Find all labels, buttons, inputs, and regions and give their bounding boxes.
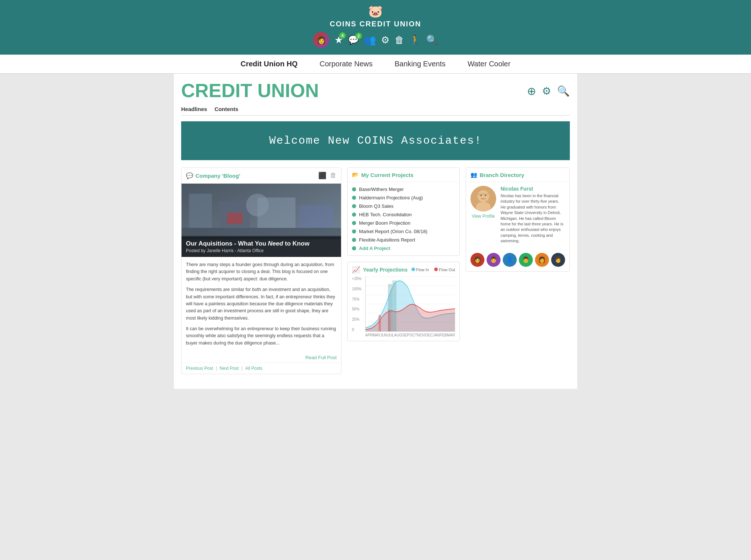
people-icon: 👥 bbox=[470, 172, 477, 178]
project-status-dot bbox=[352, 196, 356, 200]
branch-avatar-5[interactable]: 👩 bbox=[535, 253, 549, 267]
add-project-item[interactable]: Add A Project bbox=[352, 244, 455, 253]
user-avatar[interactable]: 👩 bbox=[313, 32, 329, 48]
chart-area: +25% 100% 75% 50% 25% 0 bbox=[365, 277, 455, 337]
search-icon[interactable]: 🔍 bbox=[426, 34, 438, 45]
branch-avatar-3[interactable]: 👤 bbox=[503, 253, 517, 267]
branch-avatar-4[interactable]: 👨 bbox=[519, 253, 533, 267]
add-project-label[interactable]: Add A Project bbox=[359, 246, 390, 251]
nav-credit-union-hq[interactable]: Credit Union HQ bbox=[241, 60, 298, 68]
x-label: MAY bbox=[373, 333, 381, 337]
read-full-post-link[interactable]: Read Full Post bbox=[182, 355, 341, 362]
projects-widget: 📂 My Current Projects Base/Withers Merge… bbox=[347, 167, 460, 256]
delete-icon[interactable]: 🗑 bbox=[330, 172, 337, 180]
previous-post-link[interactable]: Previous Post bbox=[186, 366, 213, 371]
branch-directory-widget: 👥 Branch Directory bbox=[466, 167, 570, 272]
next-post-link[interactable]: Next Post bbox=[220, 366, 239, 371]
x-label: MAR bbox=[447, 333, 455, 337]
branch-avatar-1[interactable]: 👩 bbox=[470, 253, 484, 267]
project-name: Base/Withers Merger bbox=[359, 187, 404, 192]
list-item[interactable]: Flexible Aquisitions Report bbox=[352, 236, 455, 244]
sub-nav-headlines[interactable]: Headlines bbox=[181, 106, 207, 112]
chart-title-row: 📈 Yearly Projections Flow In Flow Out bbox=[352, 266, 455, 274]
divider-2: | bbox=[241, 366, 243, 371]
branch-avatars-row: 👩 👨 👤 👨 👩 👩 bbox=[466, 250, 569, 271]
nav-banking-events[interactable]: Banking Events bbox=[395, 60, 446, 68]
blog-featured-image: Our Aquisitions - What You Need to Know … bbox=[182, 184, 341, 257]
x-label: NOV bbox=[417, 333, 425, 337]
settings-icon-wrap[interactable]: ⚙ bbox=[381, 34, 389, 46]
list-item[interactable]: Base/Withers Merger bbox=[352, 185, 455, 194]
project-status-dot bbox=[352, 213, 356, 217]
sub-nav-contents[interactable]: Contents bbox=[215, 106, 238, 112]
search-icon-wrap[interactable]: 🔍 bbox=[426, 34, 438, 46]
list-item[interactable]: Haldermann Projections (Aug) bbox=[352, 194, 455, 202]
y-label: 25% bbox=[352, 317, 362, 321]
x-label: JAN bbox=[433, 333, 440, 337]
x-label: APR bbox=[365, 333, 373, 337]
y-label: 75% bbox=[352, 297, 362, 301]
settings-icon[interactable]: ⚙ bbox=[381, 34, 389, 45]
all-posts-link[interactable]: All Posts bbox=[245, 366, 263, 371]
logo-icon: 🐷 bbox=[0, 4, 751, 18]
nav-water-cooler[interactable]: Water Cooler bbox=[468, 60, 510, 68]
chart-widget: 📈 Yearly Projections Flow In Flow Out +2… bbox=[347, 262, 460, 341]
page-title: CREDIT UNION bbox=[181, 81, 319, 100]
list-item[interactable]: Merger Boom Projection bbox=[352, 219, 455, 227]
blog-post-overlay: Our Aquisitions - What You Need to Know … bbox=[182, 236, 341, 257]
avatar-image[interactable]: 👩 bbox=[313, 32, 329, 48]
svg-rect-16 bbox=[392, 280, 397, 331]
view-profile-link[interactable]: View Profile bbox=[472, 214, 495, 219]
svg-rect-8 bbox=[227, 213, 242, 224]
x-label: FEB bbox=[440, 333, 447, 337]
svg-point-20 bbox=[477, 190, 489, 202]
list-item[interactable]: Market Report (Orion Co. 08/18) bbox=[352, 227, 455, 236]
branch-avatar-2[interactable]: 👨 bbox=[487, 253, 501, 267]
header-nav-icons: 👩 ★ 4 💬 2 👥 ⚙ 🗑 🚶 🔍 bbox=[0, 32, 751, 48]
site-header: 🐷 COINS CREDIT UNION 👩 ★ 4 💬 2 👥 ⚙ 🗑 bbox=[0, 0, 751, 55]
list-item[interactable]: HEB Tech. Consolidation bbox=[352, 210, 455, 219]
search-page-icon[interactable]: 🔍 bbox=[557, 85, 570, 97]
walk-icon[interactable]: 🚶 bbox=[409, 34, 421, 45]
branch-person-avatar bbox=[470, 186, 496, 211]
trash-icon-wrap[interactable]: 🗑 bbox=[395, 34, 404, 46]
branch-person-name: Nicolas Furst bbox=[501, 186, 565, 192]
branch-title: 👥 Branch Directory bbox=[470, 172, 524, 178]
project-name: Market Report (Orion Co. 08/18) bbox=[359, 229, 427, 234]
trash-icon[interactable]: 🗑 bbox=[395, 34, 404, 45]
y-label: +25% bbox=[352, 277, 362, 281]
avatar-svg bbox=[470, 186, 496, 211]
add-icon[interactable]: ⊕ bbox=[527, 85, 536, 97]
branch-person-bio: Nicolas has been in the financial indust… bbox=[501, 193, 565, 244]
chat-badge: 2 bbox=[355, 33, 362, 39]
divider: | bbox=[216, 366, 218, 371]
y-label: 100% bbox=[352, 287, 362, 291]
list-item[interactable]: Bloom Q3 Sales bbox=[352, 202, 455, 210]
project-status-dot bbox=[352, 229, 356, 233]
y-label: 50% bbox=[352, 307, 362, 311]
users-icon-wrap[interactable]: 👥 bbox=[364, 34, 376, 46]
projects-list: Base/Withers Merger Haldermann Projectio… bbox=[348, 182, 459, 255]
page-tools: ⊕ ⚙ 🔍 bbox=[527, 85, 570, 97]
branch-avatar-6[interactable]: 👩 bbox=[551, 253, 565, 267]
gear-icon[interactable]: ⚙ bbox=[542, 85, 551, 97]
x-label: SEP bbox=[402, 333, 409, 337]
right-column: 👥 Branch Directory bbox=[466, 167, 570, 374]
chart-y-labels: +25% 100% 75% 50% 25% 0 bbox=[352, 277, 362, 332]
x-label: OCT bbox=[410, 333, 417, 337]
x-label: JUL bbox=[388, 333, 394, 337]
users-icon[interactable]: 👥 bbox=[364, 34, 376, 45]
star-icon-wrap[interactable]: ★ 4 bbox=[334, 34, 343, 46]
chat-bubble-icon: 💬 bbox=[186, 172, 193, 179]
legend-flow-out: Flow Out bbox=[434, 268, 455, 272]
nav-corporate-news[interactable]: Corporate News bbox=[319, 60, 373, 68]
svg-rect-17 bbox=[378, 315, 381, 331]
walk-icon-wrap[interactable]: 🚶 bbox=[409, 34, 421, 46]
project-status-dot bbox=[352, 238, 356, 242]
blog-footer: Previous Post | Next Post | All Posts bbox=[182, 362, 341, 374]
page-body: CREDIT UNION ⊕ ⚙ 🔍 Headlines Contents We… bbox=[174, 74, 577, 389]
branch-person-details: Nicolas Furst Nicolas has been in the fi… bbox=[501, 186, 565, 246]
welcome-banner: Welcome New COINS Associates! bbox=[181, 121, 570, 160]
chat-icon-wrap[interactable]: 💬 2 bbox=[348, 35, 359, 45]
filter-icon[interactable]: ⬛ bbox=[318, 172, 326, 180]
